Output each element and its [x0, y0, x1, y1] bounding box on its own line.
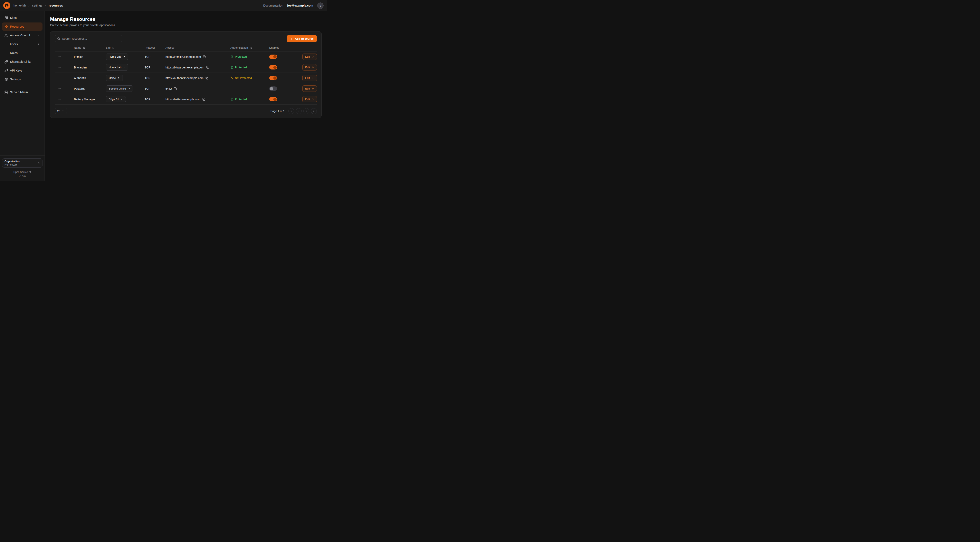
page-size-select[interactable]: 20	[55, 108, 67, 114]
column-header-site[interactable]: Site	[106, 46, 145, 49]
search-input[interactable]	[62, 37, 120, 40]
ellipsis-icon	[57, 87, 61, 90]
table-row: Authentik Office TCP https://authentik.e…	[55, 73, 317, 83]
breadcrumb-current: resources	[49, 4, 63, 7]
external-link-icon	[29, 171, 31, 173]
next-page-button[interactable]	[303, 108, 309, 114]
sidebar-item-label: Shareable Links	[10, 60, 31, 63]
organization-selector[interactable]: Organization Home Lab	[2, 158, 43, 167]
pagination: 20 Page 1 of 1	[55, 108, 317, 114]
copy-icon	[174, 87, 177, 90]
key-icon	[5, 69, 8, 72]
edit-label: Edit	[305, 66, 310, 69]
enabled-toggle[interactable]	[269, 54, 277, 59]
sidebar-item-sites[interactable]: Sites	[2, 14, 43, 22]
edit-button[interactable]: Edit	[302, 54, 317, 60]
resource-name: Postgres	[74, 87, 106, 90]
sidebar-item-users[interactable]: Users	[2, 40, 43, 48]
row-menu-button[interactable]	[56, 75, 62, 81]
topbar: home-lab settings resources Documentatio…	[0, 0, 327, 11]
ellipsis-icon	[57, 97, 61, 101]
sidebar-bottom: Organization Home Lab Open Source v1.3.0	[2, 155, 43, 178]
site-link-button[interactable]: Office	[106, 75, 123, 81]
row-menu-button[interactable]	[56, 96, 62, 102]
site-link-button[interactable]: Home Lab	[106, 54, 128, 60]
resource-access: 5432	[165, 87, 172, 90]
row-menu-button[interactable]	[56, 65, 62, 70]
open-source-link[interactable]: Open Source	[2, 171, 43, 174]
sidebar-item-shareable-links[interactable]: Shareable Links	[2, 57, 43, 66]
enabled-toggle[interactable]	[269, 65, 277, 70]
sidebar-item-settings[interactable]: Settings	[2, 75, 43, 83]
edit-button[interactable]: Edit	[302, 96, 317, 102]
resource-protocol: TCP	[145, 66, 165, 69]
resource-name: Immich	[74, 55, 106, 59]
resources-toolbar: Add Resource	[55, 35, 317, 42]
site-name: Edge 01	[109, 98, 119, 101]
edit-button[interactable]: Edit	[302, 64, 317, 70]
sidebar-bottom-divider	[0, 155, 45, 156]
site-link-button[interactable]: Edge 01	[106, 96, 126, 102]
copy-button[interactable]	[206, 66, 209, 69]
arrow-right-icon	[311, 66, 314, 69]
auth-label: -	[231, 87, 231, 90]
resource-name: Battery Manager	[74, 98, 106, 101]
table-row: Battery Manager Edge 01 TCP https://batt…	[55, 94, 317, 105]
breadcrumb-separator-icon	[27, 4, 30, 7]
auth-label: Protected	[235, 98, 247, 101]
sidebar-item-resources[interactable]: Resources	[2, 22, 43, 31]
page-info: Page 1 of 1	[270, 110, 285, 113]
gear-icon	[5, 78, 8, 81]
column-header-name[interactable]: Name	[74, 46, 106, 49]
breadcrumb-home-lab[interactable]: home-lab	[13, 4, 26, 7]
edit-button[interactable]: Edit	[302, 85, 317, 92]
add-resource-button[interactable]: Add Resource	[287, 35, 317, 42]
copy-button[interactable]	[174, 87, 177, 90]
edit-button[interactable]: Edit	[302, 75, 317, 81]
pangolin-logo[interactable]	[3, 2, 10, 9]
resource-name: Bitwarden	[74, 66, 106, 69]
sidebar-item-label: Users	[10, 43, 18, 46]
resource-access: https://bitwarden.example.com	[165, 66, 204, 69]
edit-label: Edit	[305, 55, 310, 58]
column-header-authentication[interactable]: Authentication	[231, 46, 269, 49]
enabled-toggle[interactable]	[269, 76, 277, 80]
copy-button[interactable]	[205, 77, 208, 80]
first-page-button[interactable]	[288, 108, 294, 114]
site-link-button[interactable]: Second Office	[106, 85, 133, 92]
sidebar-item-access-control[interactable]: Access Control	[2, 31, 43, 40]
row-menu-button[interactable]	[56, 54, 62, 60]
sidebar-item-label: Roles	[10, 51, 18, 54]
ellipsis-icon	[57, 55, 61, 59]
enabled-toggle[interactable]	[269, 97, 277, 101]
breadcrumb-settings[interactable]: settings	[32, 4, 42, 7]
sort-icon	[250, 46, 252, 49]
site-link-button[interactable]: Home Lab	[106, 64, 128, 70]
prev-page-button[interactable]	[296, 108, 302, 114]
sidebar-item-api-keys[interactable]: API Keys	[2, 67, 43, 75]
app-root: home-lab settings resources Documentatio…	[0, 0, 327, 181]
sidebar-item-label: Settings	[10, 78, 21, 81]
sidebar-item-roles[interactable]: Roles	[2, 49, 43, 57]
table-row: Immich Home Lab TCP https://immich.examp…	[55, 51, 317, 62]
documentation-link[interactable]: Documentation	[263, 4, 283, 7]
avatar[interactable]: J	[317, 2, 324, 9]
arrow-up-right-icon	[128, 88, 130, 90]
edit-label: Edit	[305, 77, 310, 80]
site-name: Home Lab	[109, 55, 121, 58]
resource-protocol: TCP	[145, 55, 165, 59]
resources-table: Name Site Protocol Access Authentication	[55, 44, 317, 105]
users-icon	[5, 34, 8, 37]
edit-label: Edit	[305, 98, 310, 101]
plus-icon	[290, 37, 293, 40]
page-size-value: 20	[57, 110, 60, 113]
ellipsis-icon	[57, 76, 61, 80]
row-menu-button[interactable]	[56, 86, 62, 92]
sidebar-item-server-admin[interactable]: Server Admin	[2, 88, 43, 96]
search-box[interactable]	[55, 35, 122, 42]
enabled-toggle[interactable]	[269, 86, 277, 91]
copy-button[interactable]	[203, 56, 206, 58]
copy-button[interactable]	[202, 98, 205, 101]
user-email[interactable]: joe@example.com	[287, 4, 313, 7]
last-page-button[interactable]	[311, 108, 317, 114]
